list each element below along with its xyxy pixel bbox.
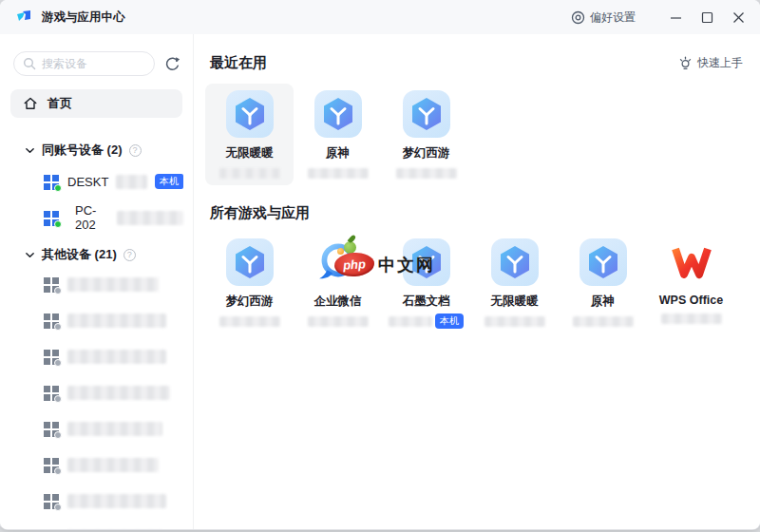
- app-card-recent-2[interactable]: 原神: [294, 84, 382, 185]
- recent-apps-grid: 无限暖暖 原神: [205, 84, 747, 185]
- close-button[interactable]: [723, 0, 754, 34]
- redacted-device-name: [67, 350, 166, 364]
- search-input[interactable]: 搜索设备: [13, 51, 155, 76]
- redacted-subtitle: [573, 316, 634, 327]
- app-card-all-3[interactable]: 石墨文档 本机: [382, 238, 470, 333]
- app-card-recent-3[interactable]: 梦幻西游: [382, 84, 470, 185]
- windows-device-icon: [44, 313, 60, 329]
- offline-status-dot: [54, 323, 62, 331]
- redacted-device-name: [116, 175, 147, 189]
- all-apps-grid: 梦幻西游 企业微信: [205, 238, 747, 333]
- app-card-all-5[interactable]: 原神: [559, 238, 647, 333]
- device-group-same-account[interactable]: 同账号设备 (2) ?: [0, 142, 193, 158]
- app-card-all-4[interactable]: 无限暖暖: [470, 238, 559, 333]
- group-label: 其他设备 (21): [42, 246, 117, 263]
- group-label: 同账号设备 (2): [42, 142, 123, 159]
- all-apps-section-title: 所有游戏与应用: [205, 204, 747, 222]
- close-icon: [732, 11, 745, 24]
- maximize-button[interactable]: [692, 0, 723, 34]
- preferences-icon: [571, 10, 585, 25]
- app-label: 石墨文档: [403, 294, 450, 310]
- device-row[interactable]: [0, 374, 193, 410]
- device-row[interactable]: [0, 266, 193, 302]
- app-label: 梦幻西游: [403, 145, 450, 162]
- hex-y-app-icon: [491, 238, 539, 286]
- offline-status-dot: [54, 287, 62, 294]
- sidebar-item-home[interactable]: 首页: [10, 89, 182, 118]
- offline-status-dot: [54, 395, 62, 403]
- windows-device-icon: [44, 174, 60, 190]
- wecom-icon: [314, 238, 362, 286]
- hex-y-app-icon: [226, 238, 274, 286]
- online-status-dot: [54, 184, 62, 192]
- device-group-other[interactable]: 其他设备 (21) ?: [0, 247, 193, 262]
- device-name-prefix: DESKT: [67, 175, 108, 189]
- online-status-dot: [54, 220, 62, 228]
- redacted-device-name: [67, 458, 159, 472]
- app-label: 无限暖暖: [491, 294, 539, 310]
- app-label: WPS Office: [659, 294, 723, 307]
- redacted-device-name: [67, 494, 166, 508]
- search-icon: [23, 57, 36, 70]
- minimize-button[interactable]: [660, 0, 692, 34]
- app-card-recent-1[interactable]: 无限暖暖: [205, 84, 294, 185]
- device-row-local[interactable]: DESKT 本机: [0, 163, 193, 200]
- device-row[interactable]: [0, 410, 193, 446]
- preferences-button[interactable]: 偏好设置: [571, 10, 636, 26]
- windows-device-icon: [44, 349, 60, 365]
- redacted-device-name: [67, 386, 170, 400]
- local-app-badge: 本机: [435, 314, 464, 329]
- redacted-device-name: [67, 422, 162, 436]
- windows-device-icon: [44, 421, 60, 437]
- device-row[interactable]: [0, 483, 193, 519]
- app-card-all-1[interactable]: 梦幻西游: [205, 238, 294, 333]
- device-row[interactable]: [0, 302, 193, 338]
- device-row[interactable]: PC-202: [0, 200, 193, 236]
- windows-device-icon: [44, 493, 60, 509]
- recent-section-title: 最近在用: [210, 54, 267, 72]
- redacted-subtitle: [389, 316, 432, 327]
- redacted-device-name: [67, 277, 159, 292]
- redacted-device-name: [67, 314, 166, 328]
- windows-device-icon: [44, 385, 60, 401]
- quickstart-button[interactable]: 快速上手: [678, 55, 743, 71]
- preferences-label: 偏好设置: [590, 10, 636, 26]
- device-name-prefix: PC-202: [75, 203, 109, 232]
- hex-y-app-icon: [314, 90, 362, 138]
- offline-status-dot: [54, 504, 62, 511]
- redacted-subtitle: [219, 316, 280, 327]
- maximize-icon: [701, 11, 713, 24]
- home-label: 首页: [48, 95, 72, 112]
- help-icon[interactable]: ?: [124, 249, 136, 261]
- hex-y-app-icon: [403, 90, 450, 138]
- offline-status-dot: [54, 467, 62, 475]
- app-label: 原神: [591, 294, 615, 310]
- hex-y-app-icon: [580, 238, 627, 286]
- app-label: 企业微信: [314, 294, 362, 310]
- app-window: 游戏与应用中心 偏好设置: [0, 0, 760, 529]
- main-panel: 最近在用 快速上手: [194, 34, 760, 529]
- device-row[interactable]: [0, 338, 193, 374]
- offline-status-dot: [54, 359, 62, 367]
- app-card-all-6[interactable]: WPS Office: [647, 238, 735, 333]
- hex-y-app-icon: [403, 238, 450, 286]
- app-card-all-2[interactable]: 企业微信: [294, 238, 382, 333]
- local-device-badge: 本机: [155, 174, 183, 189]
- refresh-devices-button[interactable]: [162, 54, 181, 73]
- app-label: 原神: [326, 145, 350, 162]
- device-row[interactable]: [0, 446, 193, 483]
- quickstart-label: 快速上手: [697, 55, 743, 71]
- redacted-subtitle: [396, 168, 457, 179]
- search-placeholder: 搜索设备: [42, 56, 87, 72]
- help-icon[interactable]: ?: [129, 144, 142, 157]
- device-row-partial[interactable]: [0, 519, 193, 529]
- sidebar: 搜索设备 首页 同账号设备: [0, 34, 194, 529]
- windows-device-icon: [44, 457, 60, 473]
- refresh-icon: [164, 56, 180, 72]
- chevron-down-icon: [25, 250, 35, 260]
- redacted-subtitle: [219, 168, 280, 179]
- windows-device-icon: [44, 529, 60, 530]
- wps-icon: [668, 238, 715, 286]
- app-label: 梦幻西游: [226, 294, 274, 310]
- chevron-down-icon: [25, 145, 35, 156]
